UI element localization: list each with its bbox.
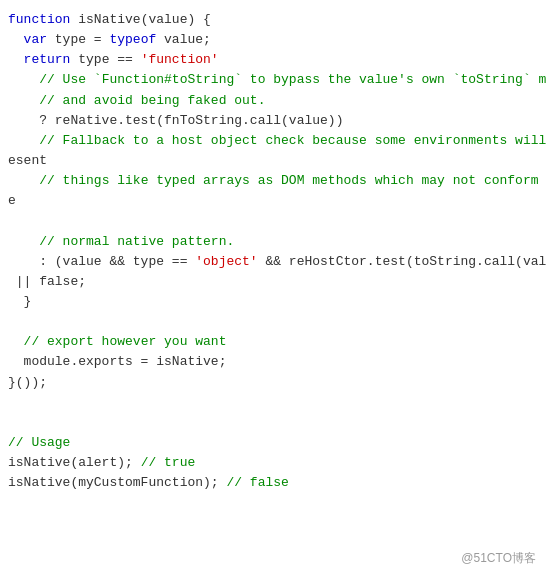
watermark: @51CTO博客 [461, 549, 536, 567]
code-block: function isNative(value) { var type = ty… [8, 10, 538, 493]
code-container: function isNative(value) { var type = ty… [0, 0, 546, 577]
